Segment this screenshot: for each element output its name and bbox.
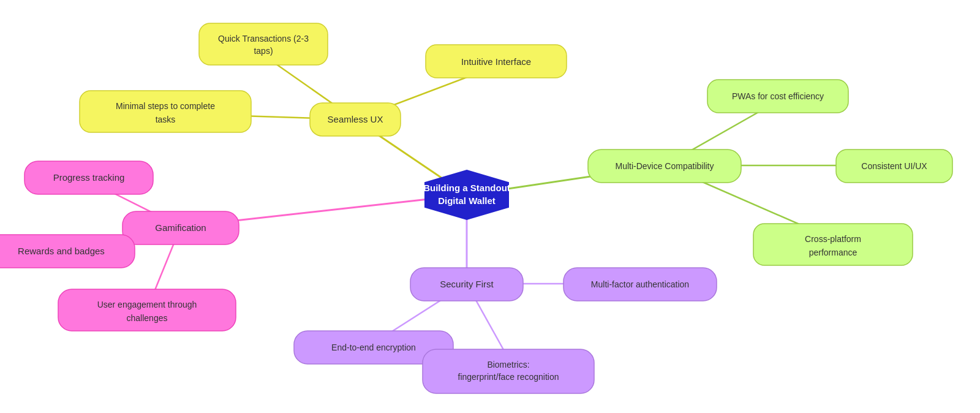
crossplatform-label2: performance <box>809 248 858 257</box>
mindmap: Building a Standout Digital Wallet Seaml… <box>0 0 980 413</box>
e2e-label: End-to-end encryption <box>331 343 416 352</box>
engagement-node <box>58 289 236 331</box>
quick-tx-label2: taps) <box>254 46 273 56</box>
center-node <box>425 170 508 219</box>
engagement-label: User engagement through <box>97 300 197 309</box>
quick-tx-node <box>199 23 328 65</box>
security-label: Security First <box>440 279 494 289</box>
minimal-steps-label: Minimal steps to complete <box>116 101 215 111</box>
crossplatform-node <box>753 224 913 265</box>
biometrics-label2: fingerprint/face recognition <box>458 372 559 382</box>
rewards-label: Rewards and badges <box>18 246 105 256</box>
intuitive-label: Intuitive Interface <box>461 56 531 67</box>
mfa-label: Multi-factor authentication <box>591 279 689 289</box>
consistent-label: Consistent UI/UX <box>861 161 927 171</box>
center-label-2: Digital Wallet <box>438 195 496 206</box>
progress-label: Progress tracking <box>53 172 125 183</box>
pwas-label: PWAs for cost efficiency <box>732 91 824 101</box>
engagement-label2: challenges <box>127 313 168 323</box>
minimal-steps-node <box>80 91 251 132</box>
center-label: Building a Standout <box>423 183 510 193</box>
biometrics-node <box>423 349 594 393</box>
minimal-steps-label2: tasks <box>156 115 176 124</box>
quick-tx-label: Quick Transactions (2-3 <box>218 34 309 44</box>
seamless-ux-label: Seamless UX <box>328 114 383 124</box>
gamification-label: Gamification <box>155 222 206 233</box>
crossplatform-label: Cross-platform <box>805 234 861 244</box>
multidevice-label: Multi-Device Compatibility <box>615 161 714 171</box>
biometrics-label: Biometrics: <box>487 360 529 369</box>
